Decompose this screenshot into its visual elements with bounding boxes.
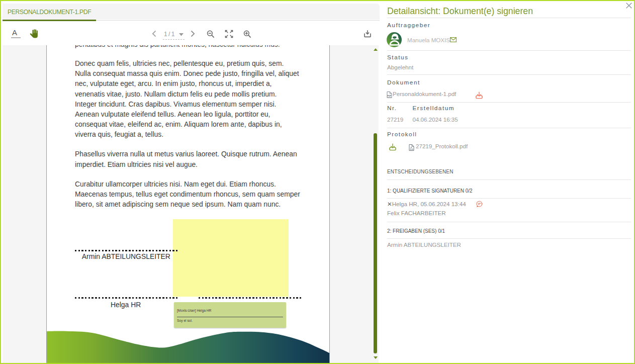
svg-text:PDF: PDF xyxy=(387,95,391,97)
